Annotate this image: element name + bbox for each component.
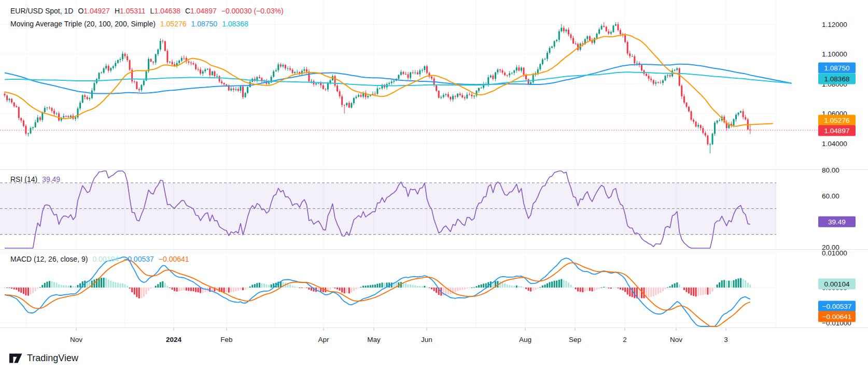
axis-price-tag: 1.04897: [818, 125, 856, 136]
axis-price-tag: −0.00537: [818, 301, 856, 312]
ma-legend-row: Moving Average Triple (20, 100, 200, Sim…: [10, 20, 248, 28]
axis-tick-label: 1.10000: [822, 50, 847, 58]
time-axis-label: Nov: [70, 336, 82, 344]
ohlc-item: L1.04638: [150, 7, 180, 15]
time-axis-label: 2024: [166, 336, 181, 344]
macd-legend-row: MACD (12, 26, close, 9) 0.00104−0.00537−…: [10, 255, 189, 263]
price-scale[interactable]: 1.120001.100001.080001.060001.040001.087…: [0, 0, 868, 348]
brand-wordmark: TradingView: [27, 353, 78, 364]
macd-legend-value: 0.00104: [92, 255, 119, 263]
ma-title[interactable]: Moving Average Triple (20, 100, 200, Sim…: [10, 20, 156, 28]
axis-price-tag: −0.00641: [818, 311, 856, 322]
macd-legend-value: −0.00537: [123, 255, 154, 263]
time-scale[interactable]: Nov2024FebAprMayJunAugSep2Nov3: [0, 335, 868, 348]
time-axis-label: Apr: [318, 336, 329, 344]
axis-tick-label: 1.12000: [822, 21, 847, 28]
axis-tick-label: 1.04000: [822, 140, 847, 148]
time-axis-label: Jun: [421, 336, 432, 344]
axis-price-tag: 0.00104: [818, 279, 856, 290]
time-axis-label: 3: [724, 336, 728, 344]
symbol-legend-row: EUR/USD Spot, 1D O1.04927H1.05311L1.0463…: [10, 7, 284, 15]
time-axis-label: Aug: [519, 336, 531, 344]
tradingview-link[interactable]: TradingView: [9, 353, 78, 364]
ohlc-item: H1.05311: [115, 7, 146, 15]
time-axis-label: May: [367, 336, 381, 344]
macd-title[interactable]: MACD (12, 26, close, 9): [10, 255, 88, 263]
axis-tick-label: 0.01000: [822, 249, 847, 257]
tradingview-chart: EUR/USD Spot, 1D O1.04927H1.05311L1.0463…: [0, 0, 868, 372]
axis-price-tag: 1.08750: [818, 63, 856, 74]
macd-legend-value: −0.00641: [159, 255, 189, 263]
time-axis-label: Sep: [569, 336, 581, 344]
time-axis-label: Feb: [220, 336, 232, 344]
axis-price-tag: 1.08368: [818, 74, 856, 84]
change-value: −0.00030 (−0.03%): [221, 7, 284, 15]
symbol-title[interactable]: EUR/USD Spot, 1D: [10, 7, 73, 15]
time-axis-label: Nov: [670, 336, 682, 344]
ohlc-item: O1.04927: [78, 7, 110, 15]
axis-tick-label: 60.00: [822, 192, 839, 200]
ma-legend-value: 1.08368: [222, 20, 248, 28]
ohlc-item: C1.04897: [185, 7, 217, 15]
rsi-value: 39.49: [42, 175, 60, 183]
ma-values: 1.052761.087501.08368: [160, 20, 248, 28]
axis-price-tag: 39.49: [818, 217, 856, 227]
ohlc-values: O1.04927H1.05311L1.04638C1.04897: [78, 7, 216, 15]
time-axis-label: 2: [623, 336, 627, 344]
axis-price-tag: 1.05276: [818, 115, 856, 126]
ma-legend-value: 1.05276: [160, 20, 187, 28]
axis-tick-label: 80.00: [822, 166, 839, 174]
tradingview-logo-icon: [9, 353, 22, 364]
rsi-title[interactable]: RSI (14): [10, 175, 37, 183]
macd-values: 0.00104−0.00537−0.00641: [92, 255, 189, 263]
rsi-legend-row: RSI (14) 39.49: [10, 175, 60, 183]
ma-legend-value: 1.08750: [191, 20, 218, 28]
